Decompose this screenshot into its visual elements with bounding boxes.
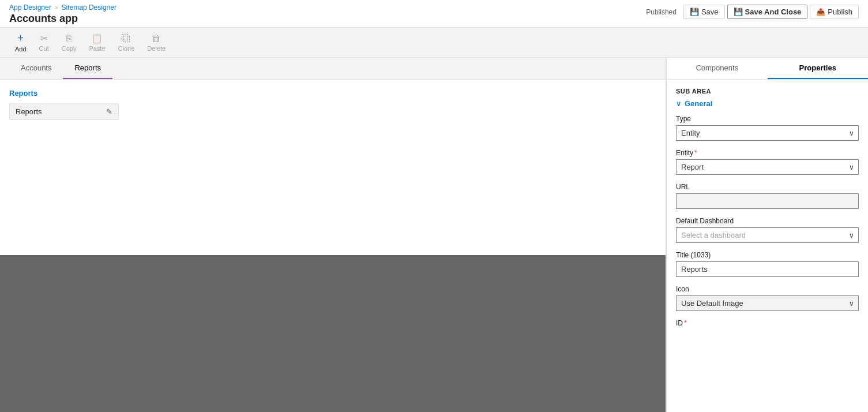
entity-required: * bbox=[694, 149, 697, 157]
main-layout: Accounts Reports Reports Reports ✎ Compo… bbox=[0, 58, 868, 412]
default-dashboard-field-group: Default Dashboard Select a dashboard bbox=[676, 217, 859, 243]
title-label: Title (1033) bbox=[676, 251, 859, 259]
publish-button[interactable]: 📤 Publish bbox=[810, 5, 859, 19]
breadcrumb-separator: > bbox=[55, 5, 58, 11]
breadcrumb: App Designer > Sitemap Designer bbox=[9, 3, 117, 12]
canvas-content: Reports Reports ✎ bbox=[0, 80, 666, 255]
panel-tab-components[interactable]: Components bbox=[667, 58, 768, 79]
icon-select-wrapper: Use Default Image Custom bbox=[676, 295, 859, 311]
id-field-group: ID* bbox=[676, 319, 859, 327]
entity-select-wrapper: Report Account Contact Lead bbox=[676, 159, 859, 175]
save-icon: 💾 bbox=[690, 8, 699, 16]
app-title: Accounts app bbox=[9, 13, 117, 25]
entity-select[interactable]: Report Account Contact Lead bbox=[676, 159, 859, 175]
panel-tabs: Components Properties bbox=[667, 58, 868, 80]
default-dashboard-select[interactable]: Select a dashboard bbox=[676, 227, 859, 243]
title-field-group: Title (1033) bbox=[676, 251, 859, 277]
title-input[interactable] bbox=[676, 261, 859, 277]
delete-icon: 🗑 bbox=[152, 33, 161, 44]
edit-icon[interactable]: ✎ bbox=[106, 107, 112, 116]
url-label: URL bbox=[676, 183, 859, 191]
url-input[interactable] bbox=[676, 193, 859, 209]
toolbar: + Add ✂ Cut ⎘ Copy 📋 Paste ⿻ Clone 🗑 Del… bbox=[0, 28, 868, 58]
add-icon: + bbox=[18, 32, 24, 44]
panel-content: SUB AREA ∨ General Type Entity URL Web R… bbox=[667, 80, 868, 343]
chevron-down-icon: ∨ bbox=[676, 100, 681, 108]
icon-label: Icon bbox=[676, 285, 859, 293]
published-label: Published bbox=[646, 8, 677, 16]
type-field-group: Type Entity URL Web Resource Custom bbox=[676, 115, 859, 141]
save-and-close-button[interactable]: 💾 Save And Close bbox=[727, 5, 808, 19]
tabs-bar: Accounts Reports bbox=[0, 58, 666, 80]
icon-field-group: Icon Use Default Image Custom bbox=[676, 285, 859, 311]
panel-tab-properties[interactable]: Properties bbox=[768, 58, 869, 79]
copy-icon: ⎘ bbox=[66, 33, 72, 44]
tab-accounts[interactable]: Accounts bbox=[9, 58, 63, 79]
canvas: Accounts Reports Reports Reports ✎ bbox=[0, 58, 666, 412]
url-field-group: URL bbox=[676, 183, 859, 209]
general-section-label: General bbox=[685, 99, 712, 108]
type-select[interactable]: Entity URL Web Resource Custom bbox=[676, 125, 859, 141]
subarea-item[interactable]: Reports ✎ bbox=[9, 103, 119, 120]
top-bar: App Designer > Sitemap Designer Accounts… bbox=[0, 0, 868, 28]
add-button[interactable]: + Add bbox=[9, 30, 32, 55]
right-panel: Components Properties SUB AREA ∨ General… bbox=[666, 58, 868, 412]
icon-select[interactable]: Use Default Image Custom bbox=[676, 295, 859, 311]
gray-section bbox=[0, 255, 666, 412]
type-select-wrapper: Entity URL Web Resource Custom bbox=[676, 125, 859, 141]
id-label: ID* bbox=[676, 319, 859, 327]
top-actions: Published 💾 Save 💾 Save And Close 📤 Publ… bbox=[646, 3, 859, 19]
delete-button[interactable]: 🗑 Delete bbox=[141, 31, 171, 54]
save-close-icon: 💾 bbox=[734, 8, 743, 16]
paste-icon: 📋 bbox=[91, 33, 103, 44]
group-header: Reports bbox=[9, 89, 656, 98]
breadcrumb-sitemap-designer[interactable]: Sitemap Designer bbox=[62, 3, 117, 12]
breadcrumb-app-designer[interactable]: App Designer bbox=[9, 3, 51, 12]
paste-button[interactable]: 📋 Paste bbox=[83, 31, 111, 54]
subarea-label: Reports bbox=[16, 107, 42, 116]
save-button[interactable]: 💾 Save bbox=[683, 5, 725, 19]
type-label: Type bbox=[676, 115, 859, 123]
cut-button[interactable]: ✂ Cut bbox=[33, 31, 55, 54]
copy-button[interactable]: ⎘ Copy bbox=[56, 31, 82, 54]
clone-icon: ⿻ bbox=[122, 33, 131, 44]
default-dashboard-label: Default Dashboard bbox=[676, 217, 859, 225]
general-section-header[interactable]: ∨ General bbox=[676, 99, 859, 108]
clone-button[interactable]: ⿻ Clone bbox=[112, 31, 141, 54]
tab-reports[interactable]: Reports bbox=[63, 58, 112, 79]
entity-field-group: Entity* Report Account Contact Lead bbox=[676, 149, 859, 175]
entity-label: Entity* bbox=[676, 149, 859, 157]
default-dashboard-select-wrapper: Select a dashboard bbox=[676, 227, 859, 243]
cut-icon: ✂ bbox=[40, 33, 48, 44]
id-required: * bbox=[684, 319, 687, 327]
publish-icon: 📤 bbox=[816, 8, 825, 16]
sub-area-title: SUB AREA bbox=[676, 88, 859, 95]
